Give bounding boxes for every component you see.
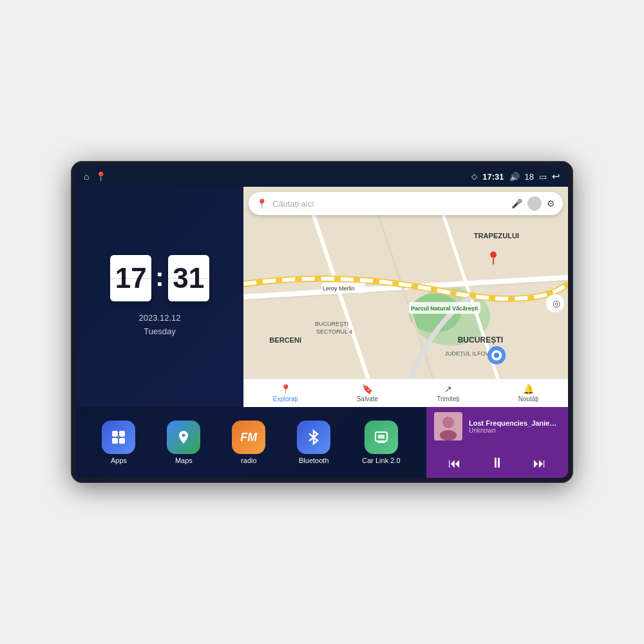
back-icon[interactable]: ↩ [552,171,560,182]
svg-text:BUCUREȘTI: BUCUREȘTI [458,336,503,345]
map-search-placeholder[interactable]: Căutați aici [272,199,506,209]
apps-icon [102,421,135,454]
svg-point-32 [442,417,454,428]
music-play-button[interactable]: ⏸ [490,456,504,470]
svg-text:BUCUREȘTI: BUCUREȘTI [315,321,348,327]
bluetooth-label: Bluetooth [299,457,328,464]
bluetooth-icon [297,421,330,454]
gps-icon: ◇ [471,172,477,181]
map-voice-icon[interactable]: 🎤 [511,198,522,209]
carlink-icon [365,421,398,454]
battery-icon: ▭ [539,172,547,182]
app-item-carlink[interactable]: Car Link 2.0 [362,421,400,464]
home-icon[interactable]: ⌂ [84,171,89,182]
maps-icon [167,421,200,454]
app-item-maps[interactable]: Maps [167,421,200,464]
app-grid: Apps Maps FM radi [76,407,426,478]
music-album-art [434,412,462,440]
map-search-bar[interactable]: 📍 Căutați aici 🎤 ⚙ [249,192,563,215]
main-content: 17 : 31 2023.12.12 Tuesday [76,187,568,478]
saved-icon: 🔖 [362,384,373,394]
map-user-avatar[interactable] [527,196,542,211]
map-settings-icon[interactable]: ⚙ [547,198,555,209]
map-svg: TRAPEZULUI BUCUREȘTI JUDEȚUL ILFOV BERCE… [243,187,568,407]
music-info: Lost Frequencies_Janieck Devy-... Unknow… [469,419,560,434]
app-item-bluetooth[interactable]: Bluetooth [297,421,330,464]
clock-minutes: 31 [168,255,209,301]
app-item-radio[interactable]: FM radio [232,421,265,464]
top-section: 17 : 31 2023.12.12 Tuesday [76,187,568,407]
map-nav-news[interactable]: 🔔 Noutăți [518,384,539,402]
svg-text:JUDEȚUL ILFOV: JUDEȚUL ILFOV [444,350,489,357]
flip-clock: 17 : 31 [110,255,209,301]
maps-label: Maps [175,457,193,464]
clock-date: 2023.12.12 Tuesday [138,312,180,339]
svg-rect-27 [112,438,118,444]
svg-rect-30 [378,435,384,439]
share-icon: ↗ [444,384,452,394]
clock-colon: : [155,264,164,290]
map-bottom-bar: 📍 Explorați 🔖 Salvate ↗ Trimiteți [243,379,568,407]
svg-rect-25 [112,431,118,437]
music-next-button[interactable]: ⏭ [533,457,546,469]
svg-point-20 [494,353,499,358]
svg-text:BERCENI: BERCENI [269,336,301,344]
bottom-section: Apps Maps FM radi [76,407,568,478]
status-right-area: ◇ 17:31 🔊 18 ▭ ↩ [471,171,560,182]
map-pin-icon: 📍 [256,198,267,209]
map-content: TRAPEZULUI BUCUREȘTI JUDEȚUL ILFOV BERCE… [243,187,568,407]
radio-icon: FM [232,421,265,454]
device-screen: ⌂ 📍 ◇ 17:31 🔊 18 ▭ ↩ 17 : [76,166,568,478]
carlink-label: Car Link 2.0 [362,457,400,464]
music-title: Lost Frequencies_Janieck Devy-... [469,419,560,427]
svg-text:◎: ◎ [553,298,560,308]
svg-point-21 [490,251,497,258]
svg-rect-26 [119,431,125,437]
apps-label: Apps [111,457,127,464]
music-artist: Unknown [469,427,560,434]
svg-text:Parcul Natural Văcărești: Parcul Natural Văcărești [411,305,478,312]
status-left-icons: ⌂ 📍 [84,171,106,182]
app-item-apps[interactable]: Apps [102,421,135,464]
svg-text:TRAPEZULUI: TRAPEZULUI [474,232,519,240]
explore-icon: 📍 [280,384,291,394]
battery-level: 18 [525,172,534,182]
clock-hours: 17 [110,255,151,301]
device-frame: ⌂ 📍 ◇ 17:31 🔊 18 ▭ ↩ 17 : [71,161,573,483]
music-player: Lost Frequencies_Janieck Devy-... Unknow… [426,407,568,478]
map-nav-saved[interactable]: 🔖 Salvate [357,384,378,402]
music-top: Lost Frequencies_Janieck Devy-... Unknow… [434,412,560,440]
radio-label: radio [241,457,256,464]
status-time: 17:31 [482,172,504,182]
map-panel[interactable]: TRAPEZULUI BUCUREȘTI JUDEȚUL ILFOV BERCE… [243,187,568,407]
svg-point-33 [440,430,457,440]
svg-rect-28 [119,438,125,444]
music-prev-button[interactable]: ⏮ [448,457,461,469]
status-bar: ⌂ 📍 ◇ 17:31 🔊 18 ▭ ↩ [76,166,568,187]
news-icon: 🔔 [523,384,534,394]
map-nav-explore[interactable]: 📍 Explorați [273,384,298,402]
clock-panel: 17 : 31 2023.12.12 Tuesday [76,187,243,407]
svg-text:Leroy Merlin: Leroy Merlin [323,285,355,292]
music-controls: ⏮ ⏸ ⏭ [434,453,560,473]
svg-text:SECTORUL 4: SECTORUL 4 [316,328,352,335]
map-nav-share[interactable]: ↗ Trimiteți [437,384,459,402]
volume-icon[interactable]: 🔊 [509,172,520,182]
maps-status-icon[interactable]: 📍 [95,171,106,182]
